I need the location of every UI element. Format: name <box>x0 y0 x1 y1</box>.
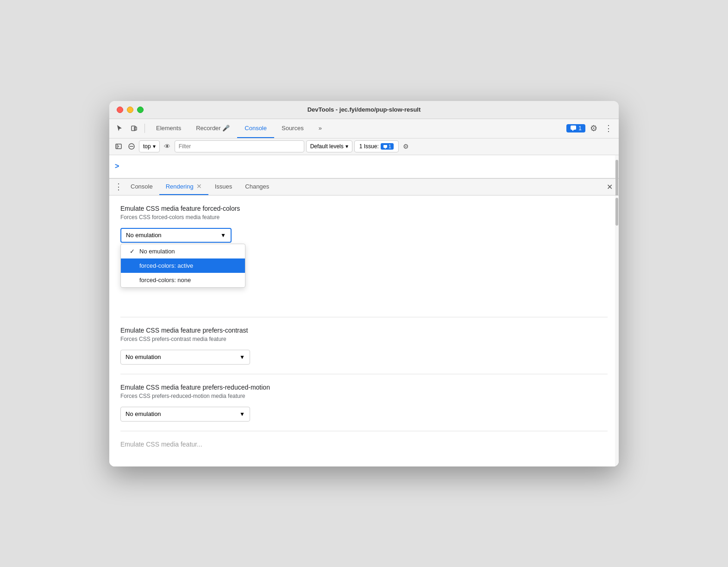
prefers-reduced-motion-dropdown-container: No emulation ▼ <box>120 407 250 422</box>
forced-colors-dropdown-container: No emulation ▼ ✓ No emulation forced-col… <box>120 228 232 243</box>
forced-colors-chevron-icon: ▼ <box>220 232 226 239</box>
tab-console-drawer[interactable]: Console <box>124 178 159 195</box>
scrollbar-thumb <box>615 160 618 197</box>
svg-rect-2 <box>571 126 576 130</box>
tab-navigation: Elements Recorder 🎤 Console Sources » <box>149 119 329 138</box>
tab-elements[interactable]: Elements <box>149 119 188 138</box>
bottom-partial-title: Emulate CSS media featur... <box>120 441 608 448</box>
maximize-button[interactable] <box>137 107 144 113</box>
rendering-tab-close-icon[interactable]: ✕ <box>196 183 202 189</box>
prefers-reduced-motion-selected-value: No emulation <box>126 410 161 417</box>
tab-console[interactable]: Console <box>237 119 274 138</box>
tab-more[interactable]: » <box>311 119 329 138</box>
chat-badge[interactable]: 1 <box>566 124 585 132</box>
tab-sources[interactable]: Sources <box>274 119 311 138</box>
forced-colors-dropdown-menu: ✓ No emulation forced-colors: active for… <box>120 244 245 288</box>
cursor-icon[interactable] <box>113 122 126 135</box>
console-prompt-icon[interactable]: > <box>115 162 119 170</box>
rendering-panel: Emulate CSS media feature forced-colors … <box>109 195 619 466</box>
main-scrollbar[interactable] <box>615 155 619 178</box>
levels-selector[interactable]: Default levels ▾ <box>306 140 352 152</box>
bottom-partial-section: Emulate CSS media featur... <box>120 431 608 448</box>
eye-icon[interactable]: 👁 <box>162 141 173 152</box>
prefers-reduced-motion-select[interactable]: No emulation ▼ <box>120 407 250 422</box>
main-toolbar: Elements Recorder 🎤 Console Sources » 1 <box>109 119 619 139</box>
clear-console-icon[interactable] <box>126 141 137 152</box>
prefers-reduced-motion-title: Emulate CSS media feature prefers-reduce… <box>120 384 608 391</box>
dropdown-item-forced-active[interactable]: forced-colors: active <box>121 258 245 273</box>
dropdown-item-no-emulation[interactable]: ✓ No emulation <box>121 244 245 258</box>
issues-count-badge: 1 <box>381 143 394 150</box>
forced-colors-select[interactable]: No emulation ▼ <box>120 228 232 243</box>
forced-colors-subtitle: Forces CSS forced-colors media feature <box>120 214 608 220</box>
prefers-contrast-title: Emulate CSS media feature prefers-contra… <box>120 327 608 334</box>
svg-rect-3 <box>116 144 121 149</box>
minimize-button[interactable] <box>127 107 133 113</box>
prefers-reduced-motion-section: Emulate CSS media feature prefers-reduce… <box>120 374 608 422</box>
prefers-reduced-motion-subtitle: Forces CSS prefers-reduced-motion media … <box>120 393 608 399</box>
drawer-tab-bar: ⋮ Console Rendering ✕ Issues Changes ✕ <box>109 179 619 195</box>
context-selector[interactable]: top ▾ <box>139 140 160 152</box>
device-toggle-icon[interactable] <box>128 122 141 135</box>
sidebar-toggle-icon[interactable] <box>113 141 124 152</box>
console-settings-icon[interactable]: ⚙ <box>401 141 412 152</box>
close-button[interactable] <box>117 107 123 113</box>
tab-issues-drawer[interactable]: Issues <box>208 178 239 195</box>
prefers-contrast-selected-value: No emulation <box>126 353 161 360</box>
prefers-contrast-select[interactable]: No emulation ▼ <box>120 350 250 365</box>
console-toolbar: top ▾ 👁 Default levels ▾ 1 Issue: 1 ⚙ <box>109 139 619 155</box>
forced-colors-section: Emulate CSS media feature forced-colors … <box>120 205 608 243</box>
tab-changes-drawer[interactable]: Changes <box>238 178 276 195</box>
toolbar-separator <box>144 124 145 133</box>
drawer-scrollbar[interactable] <box>615 195 619 466</box>
window-title: DevTools - jec.fyi/demo/pup-slow-result <box>308 106 421 113</box>
dropdown-item-forced-none[interactable]: forced-colors: none <box>121 273 245 287</box>
drawer: ⋮ Console Rendering ✕ Issues Changes ✕ E… <box>109 178 619 466</box>
tab-rendering-drawer[interactable]: Rendering ✕ <box>159 178 208 195</box>
prefers-reduced-motion-chevron-icon: ▼ <box>239 411 245 417</box>
prefers-contrast-subtitle: Forces CSS prefers-contrast media featur… <box>120 336 608 342</box>
traffic-lights <box>117 107 144 113</box>
prefers-contrast-chevron-icon: ▼ <box>239 354 245 360</box>
forced-colors-selected-value: No emulation <box>126 232 162 239</box>
filter-input[interactable] <box>175 140 304 152</box>
drawer-more-icon[interactable]: ⋮ <box>113 181 124 192</box>
drawer-scrollbar-thumb <box>615 198 618 226</box>
tab-recorder[interactable]: Recorder 🎤 <box>188 119 237 138</box>
settings-icon[interactable]: ⚙ <box>587 122 600 135</box>
drawer-close-icon[interactable]: ✕ <box>604 181 615 192</box>
issues-button[interactable]: 1 Issue: 1 <box>354 140 399 152</box>
checkmark-icon: ✓ <box>128 248 136 255</box>
prefers-contrast-dropdown-container: No emulation ▼ <box>120 350 250 365</box>
titlebar: DevTools - jec.fyi/demo/pup-slow-result <box>109 101 619 119</box>
devtools-window: DevTools - jec.fyi/demo/pup-slow-result … <box>109 101 619 466</box>
console-input-area: > <box>109 155 619 178</box>
svg-rect-9 <box>383 145 387 148</box>
levels-chevron-icon: ▾ <box>345 143 348 150</box>
more-options-icon[interactable]: ⋮ <box>602 122 615 135</box>
chevron-down-icon: ▾ <box>153 143 156 150</box>
prefers-contrast-section: Emulate CSS media feature prefers-contra… <box>120 317 608 365</box>
forced-colors-title: Emulate CSS media feature forced-colors <box>120 205 608 212</box>
